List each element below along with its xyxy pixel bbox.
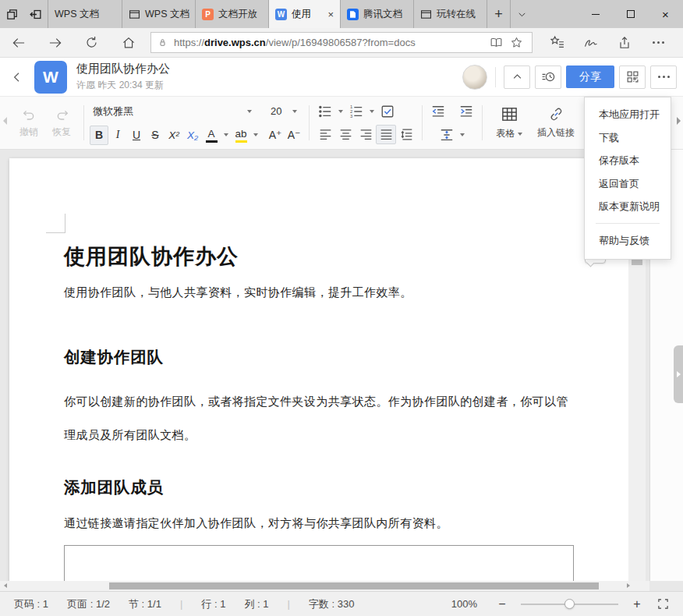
zoom-slider-knob[interactable] [564,599,575,609]
chevron-right-icon [677,371,681,377]
share-page-button[interactable] [608,28,641,58]
url-text[interactable]: https://drive.wps.cn/view/p/16949806587?… [174,37,486,48]
tab-label: WPS 文档 [55,8,99,21]
strikethrough-button[interactable]: S [146,126,165,145]
align-left-button[interactable] [315,125,335,144]
undo-icon [22,108,37,122]
new-tab-button[interactable]: + [487,0,510,28]
set-aside-tabs-button[interactable] [24,8,48,21]
checkbox-list-button[interactable] [377,101,398,121]
user-avatar[interactable] [462,65,487,90]
highlight-color-button[interactable]: ab [232,126,250,145]
align-right-button[interactable] [356,125,376,144]
increase-font-button[interactable]: A⁺ [266,126,285,145]
browser-more-button[interactable] [642,28,674,58]
paragraph-spacing-button[interactable] [437,125,457,144]
scroll-left-arrow-icon[interactable] [4,583,7,588]
divider: | [287,598,289,610]
font-color-button[interactable]: A [202,126,221,145]
menu-item-back-home[interactable]: 返回首页 [585,172,671,196]
numbered-list-dropdown[interactable] [366,110,377,113]
decrease-font-button[interactable]: A⁻ [285,126,303,145]
decrease-indent-button[interactable] [428,101,448,121]
scroll-right-arrow-icon[interactable] [627,583,630,588]
tabs-preview-button[interactable] [0,8,24,21]
favorites-hub-button[interactable] [541,28,574,58]
browser-tab-docs-open[interactable]: P 文档开放 [195,0,268,28]
italic-button[interactable]: I [108,126,127,145]
window-close-button[interactable]: × [648,0,683,28]
undo-button[interactable]: 撤销 [12,97,45,149]
web-note-button[interactable] [575,28,607,58]
increase-indent-button[interactable] [456,101,476,121]
collapse-toolbar-button[interactable] [504,65,530,89]
history-button[interactable] [535,65,561,89]
menu-item-download[interactable]: 下载 [585,126,671,150]
refresh-button[interactable] [73,28,110,58]
browser-tab-active[interactable]: W 使用 × [268,0,340,28]
line-spacing-button[interactable] [396,125,416,144]
share-button[interactable]: 分享 [566,65,614,88]
font-color-swatch [206,140,218,143]
font-color-dropdown[interactable] [221,133,232,136]
book-icon [490,36,503,49]
fullscreen-button[interactable] [657,598,669,610]
tab-close-icon[interactable]: × [324,9,334,20]
menu-item-release-notes[interactable]: 版本更新说明 [585,195,671,218]
justify-button[interactable] [376,125,396,144]
toolbar-scroll-right-icon[interactable] [677,117,681,125]
divider [482,105,483,140]
doc-more-button[interactable] [650,65,677,89]
reading-view-button[interactable] [486,36,506,49]
align-center-button[interactable] [335,125,356,144]
bullet-list-button[interactable] [315,101,335,121]
document-page[interactable]: 使用团队协作办公 使用协作团队，与他人共享资料，实时协作编辑，提升工作效率。 创… [9,158,628,581]
window-maximize-button[interactable] [613,0,648,28]
paragraph-spacing-icon [440,128,454,142]
home-button[interactable] [110,28,147,58]
paragraph-spacing-dropdown[interactable] [457,133,468,136]
bold-button[interactable]: B [90,126,108,145]
superscript-button[interactable]: X² [165,126,183,145]
qr-code-button[interactable] [619,65,646,89]
browser-tab-wps-docs-2[interactable]: WPS 文档 [122,0,195,28]
back-button[interactable] [0,28,37,58]
redo-button[interactable]: 恢复 [45,97,78,149]
menu-divider [596,223,660,224]
bullet-list-dropdown[interactable] [335,110,346,113]
browser-tab-online[interactable]: 玩转在线 [413,0,487,28]
font-size-select[interactable]: 20 [266,101,303,122]
menu-item-open-local[interactable]: 本地应用打开 [585,103,671,126]
svg-text:3: 3 [350,114,352,119]
menu-item-save-version[interactable]: 保存版本 [585,149,671,172]
fullscreen-icon [657,598,669,610]
insert-link-button[interactable]: 插入链接 [530,97,582,149]
doc-back-button[interactable] [0,71,34,83]
side-panel-toggle[interactable] [674,345,683,403]
toolbar-scroll-left-icon[interactable] [3,117,7,125]
zoom-in-button[interactable]: + [629,597,645,611]
browser-tab-wps-docs-1[interactable]: WPS 文档 [48,0,122,28]
tab-list-button[interactable] [510,0,533,28]
image-placeholder-frame[interactable] [64,545,574,581]
favorite-star-button[interactable] [506,36,526,49]
status-column: 列 : 1 [244,597,268,611]
table-button[interactable]: 表格 [488,97,530,149]
numbered-list-button[interactable]: 123 [346,101,366,121]
underline-button[interactable]: U [127,126,146,145]
align-center-icon [339,128,352,141]
subscript-button[interactable]: X₂ [183,126,202,145]
zoom-slider[interactable] [521,604,618,605]
browser-tab-tencent-docs[interactable]: 腾讯文档 [340,0,413,28]
highlight-dropdown[interactable] [250,133,261,136]
address-bar[interactable]: https://drive.wps.cn/view/p/16949806587?… [150,32,533,53]
forward-button[interactable] [37,28,73,58]
status-page-number: 页码 : 1 [14,597,48,611]
status-bar: 页码 : 1 页面 : 1/2 节 : 1/1 | 行 : 1 列 : 1 | … [0,591,683,616]
horizontal-scrollbar-thumb[interactable] [109,582,599,589]
horizontal-scrollbar[interactable] [0,581,649,591]
font-family-select[interactable]: 微软雅黑 [90,101,255,122]
menu-item-help-feedback[interactable]: 帮助与反馈 [585,229,671,253]
zoom-out-button[interactable]: − [494,597,510,611]
window-minimize-button[interactable] [578,0,613,28]
